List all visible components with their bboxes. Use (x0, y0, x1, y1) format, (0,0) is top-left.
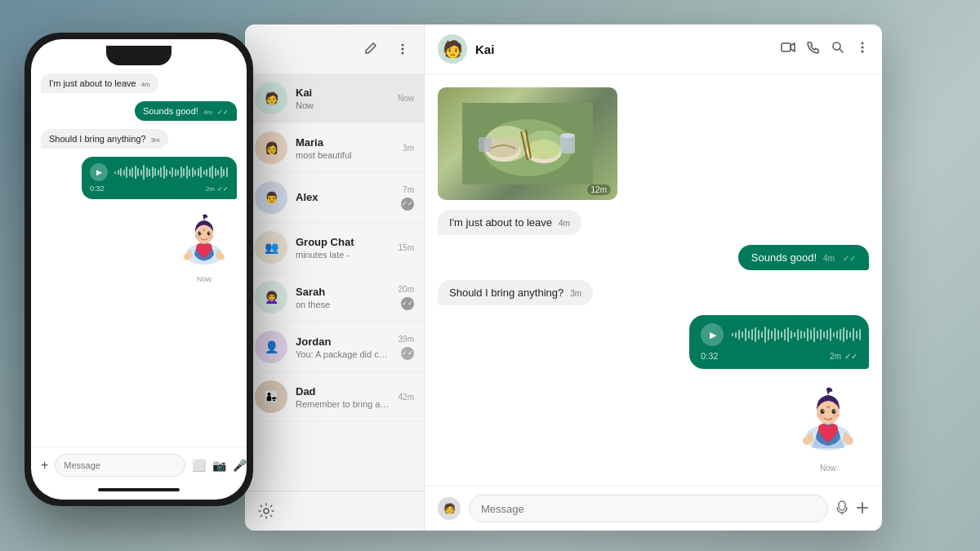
message-text: Should I bring anything? (49, 134, 146, 144)
sidebar-item[interactable]: 👩 Maria most beautiful 3m (245, 123, 424, 173)
svg-point-0 (402, 44, 404, 47)
chat-area: 🧑 Kai (425, 24, 882, 531)
food-photo (438, 87, 617, 200)
chat-footer: 🧑 (425, 486, 882, 531)
sidebar-item-name: Maria (296, 136, 394, 149)
phone-received-message: Should I bring anything? 3m (41, 129, 168, 149)
svg-point-20 (560, 133, 575, 138)
message-time: 3m (570, 289, 581, 298)
sidebar-item-info: Dad Remember to bring a hat and an extra… (296, 385, 390, 409)
svg-point-24 (845, 437, 853, 445)
food-image: 12m (438, 87, 617, 200)
sidebar-item[interactable]: 👨 Alex 7m ✓✓ (245, 173, 424, 223)
phone-chat: I'm just about to leave 4m Sounds good! … (31, 39, 247, 500)
phone-sent-message: Sounds good! 4m ✓✓ (135, 101, 237, 121)
phone-message-input[interactable] (55, 454, 185, 477)
sidebar-item[interactable]: 👤 Jordan You: A package did come but I'm… (245, 322, 424, 372)
sidebar-item[interactable]: 👨‍👧 Dad Remember to bring a hat and an e… (245, 372, 424, 422)
voice-time: 2m (830, 352, 841, 361)
sidebar-item[interactable]: 👥 Group Chat minutes late - 15m (245, 223, 424, 273)
phone-sticker-icon[interactable]: ⬜ (192, 459, 206, 472)
sidebar-item-info: Group Chat minutes late - (296, 236, 390, 260)
unread-badge: ✓✓ (401, 347, 414, 360)
unread-badge: ✓✓ (401, 297, 414, 310)
add-icon[interactable]: + (41, 458, 48, 473)
desktop-app: 🧑 Kai Now Now 👩 Maria most beautiful 3m (245, 24, 882, 531)
svg-point-1 (402, 48, 404, 51)
plus-icon[interactable] (856, 501, 869, 517)
message-time: 4m (559, 219, 570, 228)
message-text: Should I bring anything? (449, 287, 564, 299)
phone-mic-icon[interactable]: 🎤 (233, 459, 247, 472)
voice-footer: 0:32 2m ✓✓ (701, 351, 858, 361)
contact-avatar: 🧑 (438, 34, 467, 64)
svg-point-23 (803, 437, 811, 445)
svg-point-28 (822, 410, 824, 411)
phone-footer-icons: ⬜ 📷 🎤 (192, 459, 247, 472)
sidebar-item[interactable]: 👩‍🦱 Sarah on these 20m ✓✓ (245, 273, 424, 322)
voice-footer: 0:32 2m ✓✓ (90, 184, 229, 193)
read-receipt: ✓✓ (217, 109, 229, 116)
phone-sticker: Now (172, 207, 237, 283)
more-options-icon[interactable] (856, 41, 869, 57)
header-actions (781, 41, 869, 57)
play-button[interactable]: ▶ (701, 323, 724, 346)
svg-point-27 (832, 409, 836, 414)
sidebar-item-name: Sarah (296, 286, 390, 298)
sidebar-item-preview: You: A package did come but I'm not sure… (296, 349, 390, 359)
avatar: 🧑 (255, 82, 287, 114)
more-icon[interactable] (391, 38, 414, 60)
play-button[interactable]: ▶ (90, 163, 108, 181)
svg-point-37 (184, 254, 190, 260)
waveform (114, 165, 229, 180)
settings-icon[interactable] (255, 500, 278, 522)
sidebar-item-time: 39m (399, 335, 414, 344)
sidebar-item-preview: on these (296, 300, 390, 309)
sidebar-item-name: Jordan (296, 335, 390, 348)
phone-footer: + ⬜ 📷 🎤 (31, 447, 247, 483)
sidebar-item-info: Jordan You: A package did come but I'm n… (296, 335, 390, 359)
avatar: 👤 (255, 331, 287, 363)
search-icon[interactable] (831, 41, 844, 57)
voice-duration: 0:32 (701, 351, 718, 361)
chat-header: 🧑 Kai (425, 24, 882, 74)
message-time: 4m (823, 254, 835, 263)
contact-name: Kai (475, 42, 773, 56)
svg-point-38 (218, 254, 225, 260)
microphone-icon[interactable] (836, 500, 848, 518)
phone-mockup: I'm just about to leave 4m Sounds good! … (24, 33, 253, 506)
phone-camera-icon[interactable]: 📷 (212, 459, 226, 472)
svg-rect-32 (839, 501, 845, 510)
footer-avatar: 🧑 (438, 497, 461, 520)
svg-point-40 (198, 232, 201, 236)
sidebar-item-time: 20m (399, 285, 414, 294)
voice-controls: ▶ (701, 323, 858, 346)
received-message: Should I bring anything? 3m (438, 280, 593, 305)
svg-point-31 (833, 414, 840, 418)
svg-point-43 (209, 233, 210, 233)
voice-check: ✓✓ (217, 185, 229, 193)
phone-sticker-image (172, 207, 237, 273)
message-time: 4m (203, 109, 212, 116)
phone-received-message: I'm just about to leave 4m (41, 73, 158, 93)
message-input[interactable] (469, 495, 828, 522)
phone-notch (106, 46, 172, 65)
voice-message: ▶ 0:32 2m ✓✓ (689, 315, 869, 369)
sidebar-item-time: Now (398, 94, 414, 103)
sidebar-item-time: 15m (399, 243, 414, 252)
compose-icon[interactable] (359, 38, 381, 60)
sidebar-item-preview: most beautiful (296, 150, 394, 160)
play-icon: ▶ (96, 168, 102, 176)
svg-point-41 (207, 232, 211, 236)
waveform (732, 326, 861, 344)
avatar: 👨 (255, 181, 287, 214)
sidebar: 🧑 Kai Now Now 👩 Maria most beautiful 3m (245, 24, 425, 531)
phone-screen: I'm just about to leave 4m Sounds good! … (31, 39, 247, 500)
sidebar-item[interactable]: 🧑 Kai Now Now (245, 73, 424, 123)
voice-check: ✓✓ (844, 352, 858, 361)
phone-call-icon[interactable] (807, 41, 820, 57)
video-call-icon[interactable] (781, 42, 795, 56)
svg-point-26 (821, 409, 825, 414)
sidebar-item-info: Maria most beautiful (296, 136, 394, 160)
svg-rect-19 (560, 136, 575, 153)
